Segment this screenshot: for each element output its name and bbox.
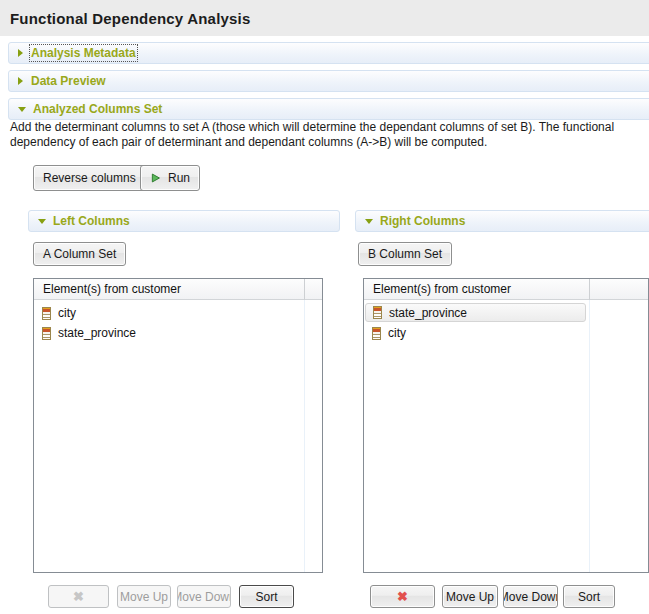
run-button-label: Run	[168, 171, 190, 185]
row-label: state_province	[58, 326, 136, 340]
delete-icon: ✖	[73, 589, 84, 604]
left-move-up-button[interactable]: Move Up	[117, 585, 171, 608]
section-label: Right Columns	[380, 214, 465, 228]
table-header-row: Element(s) from customer	[34, 279, 322, 300]
chevron-down-icon	[38, 219, 46, 224]
column-icon	[372, 327, 381, 340]
chevron-down-icon	[18, 107, 26, 112]
left-move-down-button[interactable]: Move Down	[177, 585, 231, 608]
left-columns-table: Element(s) from customer city state_prov…	[33, 278, 323, 573]
table-body: city state_province	[34, 300, 322, 343]
left-delete-button[interactable]: ✖	[48, 585, 109, 608]
section-label: Data Preview	[31, 74, 106, 88]
column-header[interactable]: Element(s) from customer	[43, 282, 181, 296]
column-header[interactable]: Element(s) from customer	[373, 282, 511, 296]
section-analyzed-columns-set[interactable]: Analyzed Columns Set	[8, 98, 649, 120]
run-button[interactable]: Run	[140, 165, 200, 191]
editor-header: Functional Dependency Analysis	[0, 0, 649, 36]
page-title: Functional Dependency Analysis	[10, 10, 251, 27]
b-column-set-button[interactable]: B Column Set	[358, 242, 452, 266]
delete-icon: ✖	[397, 589, 408, 604]
functional-dependency-analysis-editor: Functional Dependency Analysis Analysis …	[0, 0, 649, 614]
run-play-icon	[150, 171, 161, 185]
section-description: Add the determinant columns to set A (th…	[10, 120, 646, 150]
table-row[interactable]: city	[34, 303, 322, 323]
table-body: state_province city	[364, 300, 648, 343]
row-label: city	[58, 306, 76, 320]
table-row[interactable]: city	[364, 323, 648, 343]
table-header-row: Element(s) from customer	[364, 279, 648, 300]
section-label: Analyzed Columns Set	[33, 102, 162, 116]
chevron-right-icon	[18, 77, 23, 85]
row-label: state_province	[389, 306, 467, 320]
section-right-columns[interactable]: Right Columns	[355, 210, 649, 232]
column-icon	[42, 307, 51, 320]
left-sort-button[interactable]: Sort	[239, 585, 294, 608]
section-label: Left Columns	[53, 214, 130, 228]
section-analysis-metadata[interactable]: Analysis Metadata	[8, 42, 649, 64]
right-delete-button[interactable]: ✖	[370, 585, 435, 608]
right-move-down-button[interactable]: Move Down	[503, 585, 558, 608]
right-sort-button[interactable]: Sort	[563, 585, 615, 608]
column-icon	[373, 306, 382, 319]
chevron-right-icon	[18, 49, 23, 57]
section-left-columns[interactable]: Left Columns	[28, 210, 340, 232]
section-data-preview[interactable]: Data Preview	[8, 70, 649, 92]
chevron-down-icon	[365, 219, 373, 224]
right-columns-table: Element(s) from customer state_province …	[363, 278, 649, 573]
reverse-columns-button[interactable]: Reverse columns	[33, 165, 146, 191]
section-label: Analysis Metadata	[31, 46, 136, 60]
right-move-up-button[interactable]: Move Up	[442, 585, 498, 608]
table-row-selected[interactable]: state_province	[365, 303, 586, 322]
column-icon	[42, 327, 51, 340]
a-column-set-button[interactable]: A Column Set	[33, 242, 126, 266]
row-label: city	[388, 326, 406, 340]
table-row[interactable]: state_province	[34, 323, 322, 343]
